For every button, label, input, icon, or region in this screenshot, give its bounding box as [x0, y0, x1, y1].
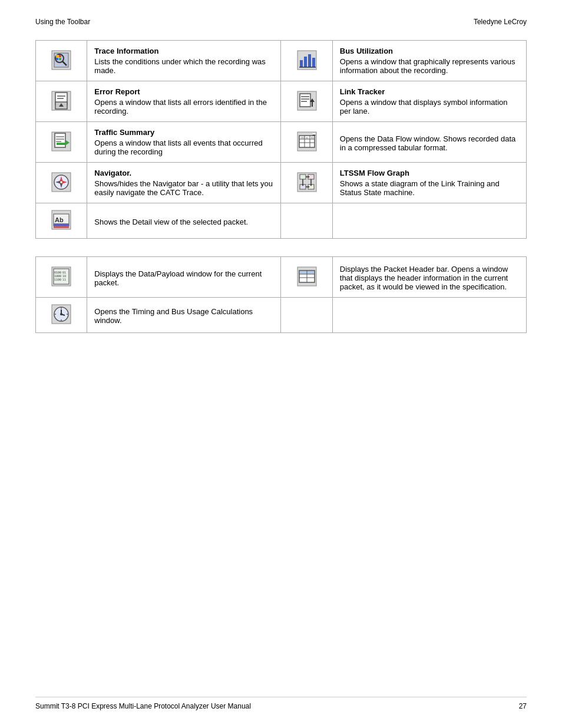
data-flow-body: Opens the Data Flow window. Shows record… [340, 134, 519, 152]
svg-point-87 [60, 313, 62, 315]
bus-util-icon [296, 50, 318, 71]
header-left: Using the Toolbar [35, 18, 90, 26]
main-table: Trace Information Lists the conditions u… [35, 40, 527, 239]
error-report-desc: Error Report Opens a window that lists a… [87, 81, 281, 122]
svg-rect-7 [59, 58, 61, 60]
timing-bus-icon [51, 304, 72, 325]
data-flow-icon: 110 no 01 [296, 131, 318, 152]
navigator-desc: Navigator. Shows/hides the Navigator bar… [87, 163, 281, 203]
traffic-summary-body: Opens a window that lists all events tha… [94, 139, 273, 156]
data-payload-desc: Displays the Data/Payload window for the… [87, 257, 281, 298]
page-header: Using the Toolbar Teledyne LeCroy [35, 18, 527, 26]
svg-rect-5 [59, 55, 61, 57]
navigator-body: Shows/hides the Navigator bar - a utilit… [94, 179, 273, 197]
table-row: Opens the Timing and Bus Usage Calculati… [36, 298, 527, 333]
traffic-summary-icon-cell [36, 122, 87, 163]
table-row: Ab Shows the Detail view of the selected… [36, 203, 527, 239]
svg-rect-11 [308, 54, 311, 67]
detail-view-icon-cell: Ab [36, 203, 87, 239]
bus-util-title: Bus Utilization [340, 47, 519, 55]
svg-rect-6 [56, 58, 58, 60]
trace-info-desc: Trace Information Lists the conditions u… [87, 41, 281, 81]
trace-info-icon [51, 50, 72, 71]
empty-desc-row2t2 [332, 298, 526, 333]
svg-text:Ab: Ab [55, 216, 64, 223]
footer-right: 27 [519, 702, 527, 710]
svg-text:01: 01 [311, 136, 314, 139]
traffic-summary-icon [51, 131, 72, 152]
ltssm-icon-cell [281, 163, 332, 203]
svg-point-51 [60, 181, 62, 183]
traffic-summary-desc: Traffic Summary Opens a window that list… [87, 122, 281, 163]
link-tracker-icon [296, 90, 318, 111]
navigator-title: Navigator. [94, 169, 273, 177]
navigator-icon [51, 172, 72, 193]
trace-info-body: Lists the conditions under which the rec… [94, 57, 273, 75]
error-report-icon-cell [36, 81, 87, 122]
detail-view-icon: Ab [51, 209, 72, 230]
svg-rect-10 [304, 57, 307, 67]
navigator-icon-cell [36, 163, 87, 203]
packet-header-icon [296, 266, 318, 287]
table-row: 0100 1000 1100 01 10 11 Displays the Dat… [36, 257, 527, 298]
bus-util-icon-cell [281, 41, 332, 81]
ltssm-body: Shows a state diagram of the Link Traini… [340, 179, 519, 197]
ltssm-icon [296, 172, 318, 193]
svg-rect-4 [56, 55, 58, 57]
link-tracker-desc: Link Tracker Opens a window that display… [332, 81, 526, 122]
bus-util-body: Opens a window that graphically represen… [340, 57, 519, 75]
svg-rect-28 [55, 133, 65, 147]
svg-rect-69 [54, 226, 69, 228]
timing-bus-icon-cell [36, 298, 87, 333]
svg-text:no: no [306, 136, 309, 139]
link-tracker-icon-cell [281, 81, 332, 122]
header-right: Teledyne LeCroy [474, 18, 527, 26]
svg-text:1100: 1100 [54, 278, 61, 281]
svg-rect-68 [54, 223, 69, 226]
data-flow-icon-cell: 110 no 01 [281, 122, 332, 163]
packet-header-body: Displays the Packet Header bar. Opens a … [340, 265, 519, 291]
svg-text:110: 110 [300, 136, 305, 139]
error-report-icon [51, 90, 72, 111]
page-footer: Summit T3-8 PCI Express Multi-Lane Proto… [35, 697, 527, 710]
error-report-body: Opens a window that lists all errors ide… [94, 98, 273, 116]
svg-text:11: 11 [62, 278, 66, 281]
error-report-title: Error Report [94, 87, 273, 96]
timing-bus-body: Opens the Timing and Bus Usage Calculati… [94, 307, 273, 325]
svg-rect-12 [312, 58, 315, 67]
data-payload-icon: 0100 1000 1100 01 10 11 [51, 266, 72, 287]
svg-rect-53 [300, 174, 306, 179]
data-flow-desc: Opens the Data Flow window. Shows record… [332, 122, 526, 163]
detail-view-body: Shows the Detail view of the selected pa… [94, 218, 273, 226]
footer-left: Summit T3-8 PCI Express Multi-Lane Proto… [35, 702, 251, 710]
ltssm-title: LTSSM Flow Graph [340, 169, 519, 177]
data-payload-body: Displays the Data/Payload window for the… [94, 269, 273, 287]
empty-icon-cell-row5 [281, 203, 332, 239]
svg-rect-9 [300, 60, 303, 67]
timing-bus-desc: Opens the Timing and Bus Usage Calculati… [87, 298, 281, 333]
detail-view-desc: Shows the Detail view of the selected pa… [87, 203, 281, 239]
svg-rect-33 [57, 143, 66, 145]
packet-header-icon-cell [281, 257, 332, 298]
table-row: Error Report Opens a window that lists a… [36, 81, 527, 122]
link-tracker-title: Link Tracker [340, 87, 519, 96]
bus-util-desc: Bus Utilization Opens a window that grap… [332, 41, 526, 81]
empty-desc-row5 [332, 203, 526, 239]
traffic-summary-title: Traffic Summary [94, 128, 273, 137]
empty-icon-cell-row2t2 [281, 298, 332, 333]
table-row: Trace Information Lists the conditions u… [36, 41, 527, 81]
table-row: Navigator. Shows/hides the Navigator bar… [36, 163, 527, 203]
second-table: 0100 1000 1100 01 10 11 Displays the Dat… [35, 256, 527, 333]
trace-info-title: Trace Information [94, 47, 273, 55]
packet-header-desc: Displays the Packet Header bar. Opens a … [332, 257, 526, 298]
link-tracker-body: Opens a window that displays symbol info… [340, 98, 519, 116]
svg-rect-21 [300, 94, 310, 107]
trace-info-icon-cell [36, 41, 87, 81]
data-payload-icon-cell: 0100 1000 1100 01 10 11 [36, 257, 87, 298]
table-row: Traffic Summary Opens a window that list… [36, 122, 527, 163]
ltssm-desc: LTSSM Flow Graph Shows a state diagram o… [332, 163, 526, 203]
